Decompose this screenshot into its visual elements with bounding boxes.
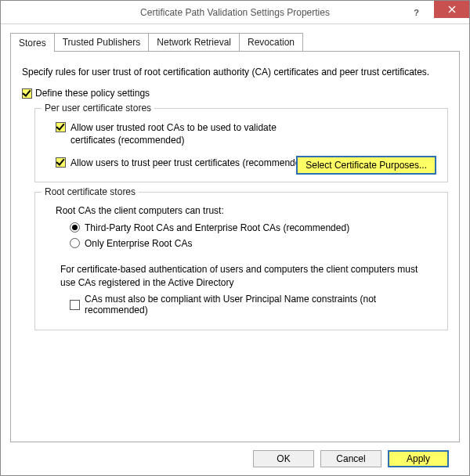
- root-cas-heading: Root CAs the client computers can trust:: [56, 205, 436, 216]
- radio-third-party-label: Third-Party Root CAs and Enterprise Root…: [85, 222, 349, 233]
- radio-only-enterprise[interactable]: [70, 238, 80, 248]
- allow-user-trusted-root-row: Allow user trusted root CAs to be used t…: [56, 121, 436, 146]
- close-icon: [448, 5, 456, 13]
- help-button[interactable]: ?: [399, 1, 434, 24]
- select-purposes-wrap: Select Certificate Purposes...: [296, 156, 436, 175]
- allow-peer-trust-checkbox[interactable]: [56, 157, 66, 168]
- radio-only-enterprise-row: Only Enterprise Root CAs: [70, 238, 436, 249]
- upn-compliant-checkbox[interactable]: [70, 300, 80, 310]
- select-certificate-purposes-button[interactable]: Select Certificate Purposes...: [296, 156, 436, 175]
- close-button[interactable]: [434, 1, 469, 18]
- define-policy-label: Define these policy settings: [35, 88, 150, 99]
- cancel-button[interactable]: Cancel: [320, 450, 381, 467]
- client-area: Stores Trusted Publishers Network Retrie…: [1, 24, 469, 467]
- radio-only-enterprise-label: Only Enterprise Root CAs: [85, 238, 192, 249]
- titlebar-controls: ?: [399, 1, 469, 23]
- allow-peer-trust-label: Allow users to trust peer trust certific…: [70, 157, 309, 169]
- tab-trusted-publishers[interactable]: Trusted Publishers: [54, 33, 150, 51]
- active-directory-note: For certificate-based authentication of …: [60, 263, 421, 290]
- tab-strip: Stores Trusted Publishers Network Retrie…: [10, 32, 460, 51]
- per-user-legend: Per user certificate stores: [42, 103, 154, 114]
- titlebar: Certificate Path Validation Settings Pro…: [1, 1, 469, 24]
- tab-revocation[interactable]: Revocation: [239, 33, 303, 51]
- per-user-fieldset: Per user certificate stores Allow user t…: [34, 108, 448, 182]
- define-policy-row: Define these policy settings: [22, 88, 448, 99]
- radio-third-party-row: Third-Party Root CAs and Enterprise Root…: [70, 222, 436, 233]
- allow-user-trusted-root-checkbox[interactable]: [56, 122, 66, 132]
- tab-stores[interactable]: Stores: [10, 33, 55, 52]
- ok-button[interactable]: OK: [253, 450, 314, 467]
- root-stores-legend: Root certificate stores: [42, 186, 139, 197]
- define-policy-checkbox[interactable]: [22, 88, 32, 99]
- intro-text: Specify rules for user trust of root cer…: [22, 66, 448, 78]
- apply-button[interactable]: Apply: [388, 450, 449, 467]
- tab-network-retrieval[interactable]: Network Retrieval: [148, 33, 240, 51]
- upn-compliant-label: CAs must also be compliant with User Pri…: [85, 294, 436, 316]
- dialog-button-bar: OK Cancel Apply: [10, 442, 460, 467]
- radio-third-party-and-enterprise[interactable]: [70, 222, 80, 233]
- allow-user-trusted-root-label: Allow user trusted root CAs to be used t…: [70, 121, 313, 146]
- window-title: Certificate Path Validation Settings Pro…: [140, 7, 330, 18]
- tabpage-stores: Specify rules for user trust of root cer…: [10, 51, 460, 442]
- root-stores-fieldset: Root certificate stores Root CAs the cli…: [34, 192, 448, 331]
- upn-compliant-row: CAs must also be compliant with User Pri…: [70, 294, 436, 316]
